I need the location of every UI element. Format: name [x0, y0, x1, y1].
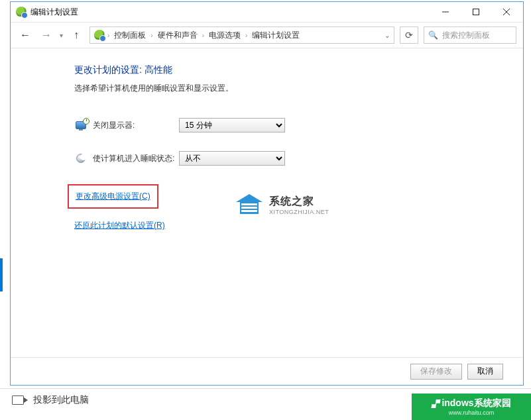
breadcrumb[interactable]: › 控制面板 › 硬件和声音 › 电源选项 › 编辑计划设置 ⌄ — [89, 26, 394, 44]
sleep-select[interactable]: 从不 — [179, 151, 285, 166]
watermark-text-cn: 系统之家 — [269, 195, 329, 209]
watermark-logo-icon — [236, 194, 263, 215]
save-button[interactable]: 保存修改 — [410, 364, 462, 380]
display-off-row: 关闭显示器: 15 分钟 — [74, 118, 463, 132]
advanced-settings-link[interactable]: 更改高级电源设置(C) — [76, 189, 150, 204]
left-edge-accent — [0, 258, 3, 291]
display-off-select[interactable]: 15 分钟 — [179, 118, 285, 132]
toolbar: ← → ▾ ↑ › 控制面板 › 硬件和声音 › 电源选项 › 编辑计划设置 ⌄… — [11, 22, 523, 48]
breadcrumb-segment[interactable]: 编辑计划设置 — [250, 30, 302, 41]
maximize-button[interactable] — [461, 2, 491, 22]
window-title: 编辑计划设置 — [30, 7, 78, 18]
app-icon — [16, 7, 27, 17]
minimize-button[interactable] — [430, 2, 461, 22]
search-icon: 🔍 — [428, 30, 438, 40]
back-button[interactable]: ← — [17, 27, 33, 43]
control-panel-window: 编辑计划设置 ← → ▾ ↑ › 控制面板 › 硬件和声音 › 电源选项 › — [10, 1, 524, 386]
maximize-icon — [473, 9, 479, 15]
page-heading: 更改计划的设置: 高性能 — [74, 64, 463, 76]
chevron-right-icon: › — [149, 32, 154, 39]
chevron-right-icon: › — [106, 32, 111, 39]
watermark: 系统之家 XITONGZHIJIA.NET — [236, 194, 329, 215]
project-to-pc[interactable]: 投影到此电脑 — [12, 394, 89, 406]
chevron-right-icon: › — [244, 32, 249, 39]
close-button[interactable] — [491, 2, 522, 22]
forward-button[interactable]: → — [38, 27, 54, 43]
brand-url: www.ruhaitu.com — [449, 409, 495, 416]
minimize-icon — [442, 9, 449, 15]
breadcrumb-segment[interactable]: 硬件和声音 — [156, 30, 200, 41]
breadcrumb-segment[interactable]: 电源选项 — [207, 30, 243, 41]
watermark-text-en: XITONGZHIJIA.NET — [269, 209, 329, 215]
display-off-label: 关闭显示器: — [93, 120, 179, 131]
chevron-right-icon: › — [201, 32, 206, 39]
window-controls — [430, 2, 522, 22]
search-placeholder: 搜索控制面板 — [442, 30, 490, 41]
brand-badge: indows系统家园 www.ruhaitu.com — [412, 394, 531, 420]
refresh-button[interactable]: ⟳ — [400, 26, 418, 44]
breadcrumb-dropdown[interactable]: ⌄ — [384, 32, 390, 39]
projector-icon — [12, 395, 24, 405]
refresh-icon: ⟳ — [405, 30, 413, 40]
history-dropdown[interactable]: ▾ — [60, 32, 63, 39]
brand-text: indows系统家园 — [442, 397, 510, 409]
up-button[interactable]: ↑ — [68, 27, 84, 43]
page-description: 选择希望计算机使用的睡眠设置和显示设置。 — [74, 83, 463, 94]
restore-defaults-link[interactable]: 还原此计划的默认设置(R) — [74, 218, 165, 233]
svg-rect-1 — [473, 9, 479, 15]
titlebar: 编辑计划设置 — [11, 2, 523, 22]
search-input[interactable]: 🔍 搜索控制面板 — [424, 26, 516, 44]
windows-flag-icon — [431, 399, 441, 408]
breadcrumb-icon — [94, 30, 105, 40]
project-label: 投影到此电脑 — [33, 394, 89, 406]
sleep-row: 使计算机进入睡眠状态: 从不 — [74, 151, 463, 166]
footer: 保存修改 取消 — [11, 357, 523, 385]
monitor-clock-icon — [74, 119, 88, 132]
moon-icon — [74, 152, 88, 165]
breadcrumb-segment[interactable]: 控制面板 — [112, 30, 148, 41]
close-icon — [503, 9, 510, 15]
sleep-label: 使计算机进入睡眠状态: — [93, 153, 179, 164]
cancel-button[interactable]: 取消 — [467, 364, 503, 380]
bottom-strip: 投影到此电脑 indows系统家园 www.ruhaitu.com — [0, 388, 531, 420]
advanced-link-highlight: 更改高级电源设置(C) — [68, 184, 158, 209]
